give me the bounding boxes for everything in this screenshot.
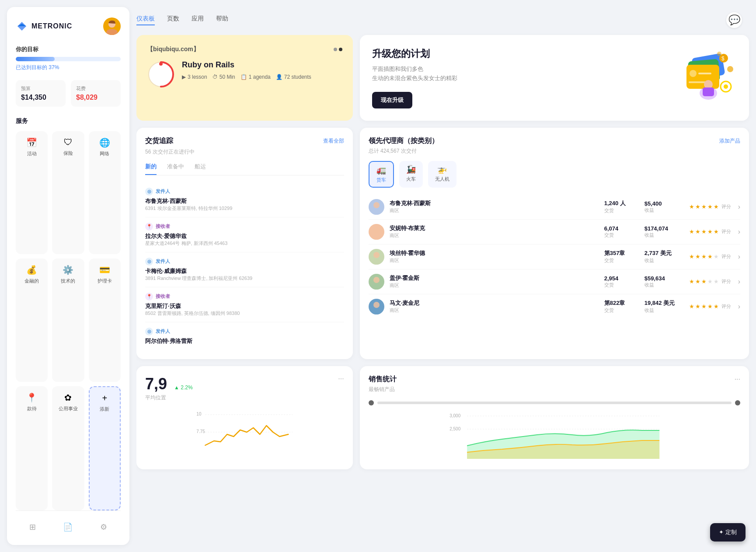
customize-button[interactable]: ✦ 定制 <box>710 523 746 542</box>
stats-more-icon[interactable]: ··· <box>338 375 344 383</box>
svg-rect-20 <box>703 87 714 96</box>
service-item-金融的[interactable]: 💰金融的 <box>16 259 48 381</box>
delivery-subtitle: 56 次交付正在进行中 <box>145 148 344 156</box>
topnav-link-应用[interactable]: 应用 <box>192 15 204 25</box>
svg-point-17 <box>724 84 728 89</box>
dealer-arrow[interactable]: › <box>738 303 740 311</box>
budget-row: 预算 $14,350 花费 $8,029 <box>16 80 121 107</box>
course-meta-item: ▶3 lesson <box>182 74 207 80</box>
stats-change: ▲ 2.2% <box>174 384 193 391</box>
course-card: 【biqubiqu.com】 Ruby on Rails ▶3 lesson <box>136 35 353 121</box>
service-item-技术的[interactable]: ⚙️技术的 <box>52 259 84 381</box>
dealers-title: 领先代理商（按类别） <box>369 136 439 146</box>
stats-value: 7,9 <box>145 375 167 393</box>
goal-percent-text: 已达到目标的 37% <box>16 64 121 71</box>
sales-more-icon[interactable]: ··· <box>735 375 740 383</box>
file-icon[interactable]: 📄 <box>60 520 75 535</box>
dealer-info: 安妮特·布莱克 南区 <box>390 224 599 239</box>
stats-label: 平均位置 <box>145 394 193 402</box>
stats-chart: 10 7.75 <box>145 410 344 454</box>
delivery-items: ◎ 发件人 布鲁克林·西蒙斯 6391 埃尔金圣塞莱斯特, 特拉华州 10299… <box>145 182 344 350</box>
svg-point-14 <box>727 66 733 72</box>
service-item-活动[interactable]: 📅活动 <box>16 131 48 254</box>
dealer-row: 安妮特·布莱克 南区 6,074 交货 $174,074 收益 ★★★★★ 评分… <box>369 220 740 245</box>
svg-point-5 <box>159 62 163 66</box>
dot1 <box>334 48 337 51</box>
sales-subtitle: 最畅销产品 <box>369 386 740 393</box>
delivery-title: 交货追踪 <box>145 136 173 146</box>
main-content: 仪表板页数应用帮助 💬 【biqubiqu.com】 <box>136 0 756 552</box>
dot2 <box>339 48 342 51</box>
upgrade-illustration: $ <box>667 52 737 104</box>
service-item-公用事业[interactable]: ✿公用事业 <box>52 386 84 510</box>
svg-point-1 <box>106 29 118 35</box>
dealer-revenue: $5,400 收益 <box>645 200 684 213</box>
sidebar-header: METRONIC <box>16 17 121 35</box>
slider-handle-right[interactable] <box>735 400 740 405</box>
chat-icon[interactable]: 💬 <box>726 12 742 28</box>
services-grid: 📅活动🛡保险🌐网络💰金融的⚙️技术的💳护理卡📍款待✿公用事业+添新 <box>16 131 121 510</box>
dealer-tabs: 🚛货车🚂火车🚁无人机 <box>369 161 740 188</box>
dealer-row: 埃丝特·霍华德 南区 第357章 交货 2,737 美元 收益 ★★★★★ 评分… <box>369 245 740 269</box>
course-info: Ruby on Rails ▶3 lesson⏱50 Min📋1 agenda👤… <box>182 60 342 80</box>
service-item-网络[interactable]: 🌐网络 <box>89 131 121 254</box>
service-item-款待[interactable]: 📍款待 <box>16 386 48 510</box>
sales-slider[interactable] <box>377 402 732 404</box>
dealer-revenue: 19,842 美元 收益 <box>645 299 684 314</box>
goal-section: 你的目标 已达到目标的 37% <box>16 45 121 71</box>
service-icon: 🌐 <box>99 137 110 148</box>
service-item-添新[interactable]: +添新 <box>89 386 121 510</box>
service-icon: ⚙️ <box>63 265 73 275</box>
dealer-tab-货车[interactable]: 🚛货车 <box>369 161 394 188</box>
dealer-arrow[interactable]: › <box>738 278 740 286</box>
svg-text:7.75: 7.75 <box>196 429 205 434</box>
add-product-button[interactable]: 添加产品 <box>719 137 740 145</box>
svg-point-29 <box>373 302 380 308</box>
service-icon: ✿ <box>64 392 72 403</box>
delivery-header: 交货追踪 查看全部 <box>145 136 344 146</box>
svg-point-24 <box>372 234 381 240</box>
dealers-header: 领先代理商（按类别） 添加产品 <box>369 136 740 146</box>
dealer-rating: ★★★★★ 评分 <box>689 203 733 210</box>
service-item-护理卡[interactable]: 💳护理卡 <box>89 259 121 381</box>
settings-icon[interactable]: ⚙ <box>98 520 110 535</box>
dealer-rating: ★★★★★ 评分 <box>689 228 733 235</box>
dealer-arrow[interactable]: › <box>738 203 740 211</box>
service-icon: 💰 <box>26 265 37 275</box>
service-icon: 📅 <box>26 137 37 148</box>
dealer-revenue: 2,737 美元 收益 <box>645 249 684 264</box>
layers-icon[interactable]: ⊞ <box>27 520 38 535</box>
service-item-保险[interactable]: 🛡保险 <box>52 131 84 254</box>
dealer-arrow[interactable]: › <box>738 253 740 261</box>
progress-bar <box>16 57 121 61</box>
dealer-tab-火车[interactable]: 🚂火车 <box>399 161 423 188</box>
upgrade-button[interactable]: 现在升级 <box>372 92 412 108</box>
course-dots <box>334 48 342 51</box>
dealer-stat: 6,074 交货 <box>604 225 639 238</box>
svg-rect-10 <box>698 73 711 74</box>
topnav-link-仪表板[interactable]: 仪表板 <box>136 15 155 25</box>
delivery-tab-准备中[interactable]: 准备中 <box>167 163 184 175</box>
delivery-item: 📍 接收者 克里斯汀·沃森 8502 普雷斯顿路, 英格尔伍德, 缅因州 983… <box>145 287 344 322</box>
sales-chart: 3,000 2,500 <box>369 411 740 461</box>
topnav-link-页数[interactable]: 页数 <box>167 15 179 25</box>
dealer-rating: ★★★★★ 评分 <box>689 253 733 260</box>
delivery-tab-新的[interactable]: 新的 <box>145 163 157 175</box>
service-icon: 💳 <box>99 265 110 275</box>
sales-card: 销售统计 ··· 最畅销产品 3,000 2,500 <box>360 366 749 469</box>
avatar[interactable] <box>103 17 121 35</box>
delivery-view-all[interactable]: 查看全部 <box>323 137 344 145</box>
upgrade-image: $ <box>667 52 737 104</box>
dealer-revenue: $174,074 收益 <box>645 225 684 238</box>
dealer-avatar <box>369 274 384 290</box>
dealer-tab-无人机[interactable]: 🚁无人机 <box>428 161 456 188</box>
svg-point-15 <box>717 52 721 56</box>
spend-card: 花费 $8,029 <box>71 80 121 107</box>
upgrade-card: 升级您的计划 平面插图和我们多色 生动的未混合紫色头发女士的精彩 现在升级 <box>360 35 749 121</box>
dealer-arrow[interactable]: › <box>738 228 740 236</box>
topnav-link-帮助[interactable]: 帮助 <box>216 15 228 25</box>
topnav-links: 仪表板页数应用帮助 <box>136 15 228 25</box>
svg-point-30 <box>372 309 381 314</box>
slider-handle-left[interactable] <box>369 400 374 405</box>
delivery-tab-船运[interactable]: 船运 <box>195 163 206 175</box>
